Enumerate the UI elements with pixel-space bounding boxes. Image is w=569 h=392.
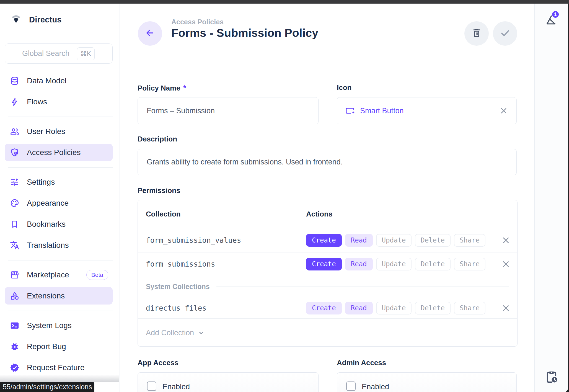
remove-row-icon[interactable] (501, 259, 511, 269)
sidebar-item-settings[interactable]: Settings (5, 172, 113, 193)
action-chip-delete[interactable]: Delete (415, 302, 451, 314)
app-access-box: Enabled (138, 372, 319, 392)
sidebar-item-label: Data Model (27, 76, 66, 85)
beta-badge: Beta (86, 270, 108, 280)
action-chip-update[interactable]: Update (376, 234, 412, 247)
sidebar-item-appearance[interactable]: Appearance (5, 193, 113, 214)
permissions-label: Permissions (138, 186, 180, 195)
sidebar-item-label: Marketplace (27, 270, 69, 279)
sidebar-item-label: Bookmarks (27, 220, 66, 229)
permission-row: directus_filesCreateReadUpdateDeleteShar… (138, 298, 517, 319)
remove-row-icon[interactable] (501, 303, 511, 313)
policy-name-input[interactable]: Forms – Submission (138, 97, 319, 124)
screen: Directus Global Search ⌘K Data ModelFlow… (0, 0, 569, 392)
people-icon (10, 127, 19, 136)
actions-group: CreateReadUpdateDeleteShare (306, 234, 485, 247)
sidebar-nav: Data ModelFlowsUser RolesAccess Policies… (0, 70, 120, 378)
action-chip-delete[interactable]: Delete (415, 258, 451, 270)
system-collections-divider: System Collections (138, 276, 517, 298)
app-window: Directus Global Search ⌘K Data ModelFlow… (0, 4, 568, 392)
app-access-label: App Access (138, 359, 179, 367)
action-chip-create[interactable]: Create (306, 234, 342, 247)
action-chip-create[interactable]: Create (306, 258, 342, 270)
sidebar-item-translations[interactable]: Translations (5, 235, 113, 256)
icon-input[interactable]: Smart Button (337, 97, 517, 124)
sidebar-item-flows[interactable]: Flows (5, 91, 113, 112)
action-chip-read[interactable]: Read (345, 234, 373, 247)
status-url-tooltip: 55/admin/settings/extensions (0, 382, 94, 392)
sidebar-item-label: Flows (27, 97, 47, 106)
action-chip-read[interactable]: Read (345, 258, 373, 270)
bug-icon (10, 342, 19, 351)
right-sidebar: 1 (534, 4, 568, 392)
storefront-icon (10, 270, 19, 280)
add-collection-button[interactable]: Add Collection (138, 319, 517, 347)
clipboard-clock-icon (545, 380, 558, 385)
action-chip-delete[interactable]: Delete (415, 234, 451, 247)
description-input[interactable]: Grants ability to create form submission… (138, 149, 517, 175)
tune-icon (10, 177, 19, 187)
collection-name: directus_files (146, 304, 206, 312)
delete-policy-button[interactable] (464, 21, 489, 46)
actions-group: CreateReadUpdateDeleteShare (306, 258, 485, 270)
action-chip-share[interactable]: Share (454, 234, 485, 247)
sidebar-item-access-policies[interactable]: Access Policies (5, 142, 113, 163)
sidebar-item-label: Settings (27, 178, 55, 187)
sidebar-item-marketplace[interactable]: MarketplaceBeta (5, 264, 113, 285)
sidebar-item-label: Appearance (27, 199, 69, 208)
global-search-input[interactable]: Global Search ⌘K (5, 43, 113, 64)
page-title: Forms - Submission Policy (171, 27, 318, 40)
action-chip-share[interactable]: Share (454, 302, 485, 314)
project-name: Directus (29, 15, 62, 24)
icon-value: Smart Button (360, 107, 404, 115)
policy-name-value: Forms – Submission (147, 107, 215, 115)
action-chip-share[interactable]: Share (454, 258, 485, 270)
action-chip-update[interactable]: Update (376, 258, 412, 270)
collection-name: form_submission_values (146, 236, 241, 244)
save-button[interactable] (493, 21, 517, 46)
clear-icon-button[interactable] (499, 106, 508, 115)
sidebar-scroll-fade (0, 375, 119, 382)
bolt-icon (10, 97, 19, 107)
sidebar-item-user-roles[interactable]: User Roles (5, 121, 113, 142)
sidebar-item-system-logs[interactable]: System Logs (5, 315, 113, 336)
admin-access-label: Admin Access (337, 359, 386, 367)
sidebar-item-extensions[interactable]: Extensions (5, 285, 113, 306)
sidebar-item-bookmarks[interactable]: Bookmarks (5, 214, 113, 235)
actions-group: CreateReadUpdateDeleteShare (306, 302, 485, 314)
sidebar-item-label: Report Bug (27, 342, 66, 351)
action-chip-update[interactable]: Update (376, 302, 412, 314)
arrow-left-icon (145, 28, 155, 39)
main-content: Access Policies Forms - Submission Polic… (120, 4, 534, 392)
action-chip-create[interactable]: Create (306, 302, 342, 314)
category-icon (10, 291, 19, 301)
sidebar-item-label: System Logs (27, 321, 72, 330)
action-chip-read[interactable]: Read (345, 302, 373, 314)
sidebar-item-data-model[interactable]: Data Model (5, 70, 113, 91)
activity-clipboard-button[interactable] (545, 370, 558, 384)
sidebar-divider (8, 112, 113, 121)
sidebar-divider (8, 163, 113, 172)
window-top-bar (0, 0, 569, 4)
required-star: ★ (182, 84, 187, 89)
back-button[interactable] (138, 21, 162, 46)
divider-line (216, 287, 509, 287)
status-url-text: 55/admin/settings/extensions (3, 383, 92, 391)
project-logo-row[interactable]: Directus (11, 15, 62, 25)
sidebar-item-label: Translations (27, 241, 69, 250)
permissions-table: Collection Actions form_submission_value… (138, 200, 518, 347)
admin-access-checkbox[interactable] (346, 381, 356, 391)
sidebar-item-report-bug[interactable]: Report Bug (5, 336, 113, 357)
breadcrumb[interactable]: Access Policies (171, 18, 224, 26)
check-icon (499, 27, 511, 40)
palette-icon (10, 198, 19, 208)
app-access-checkbox[interactable] (147, 381, 156, 391)
sidebar-item-label: User Roles (27, 127, 65, 136)
permission-row: form_submissionsCreateReadUpdateDeleteSh… (138, 252, 517, 276)
notifications-button[interactable]: 1 (535, 4, 568, 36)
verified-icon (10, 363, 19, 372)
description-value: Grants ability to create form submission… (147, 158, 343, 166)
bookmark-icon (10, 220, 19, 229)
remove-row-icon[interactable] (501, 236, 511, 245)
sidebar-divider (8, 306, 113, 315)
